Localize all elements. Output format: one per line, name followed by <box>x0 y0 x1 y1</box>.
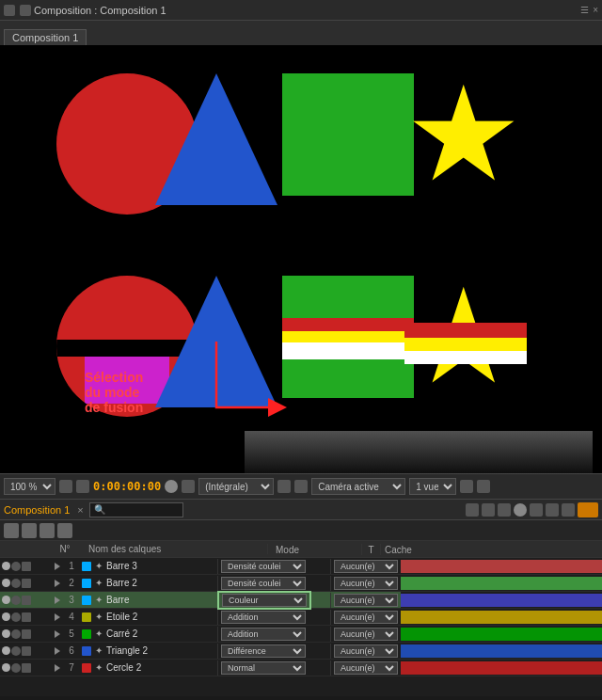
layer-timeline-1 <box>401 558 602 574</box>
grid-icon[interactable] <box>76 480 89 493</box>
window-icon <box>4 5 15 16</box>
timeline-tool-icon2[interactable] <box>482 503 495 517</box>
timeline-keyframe-icon[interactable] <box>578 502 598 517</box>
camera-select[interactable]: Caméra active <box>311 478 405 495</box>
layer-row-3[interactable]: 3 ✦ Barre Couleur Aucun(e) <box>0 592 602 609</box>
layer-eye-1[interactable] <box>2 562 10 570</box>
layer-eye-7[interactable] <box>2 663 10 672</box>
timeline-tool-icon5[interactable] <box>530 503 543 517</box>
layer-timeline-4 <box>401 609 602 625</box>
layer-row-5[interactable]: 5 ✦ Carré 2 Addition Aucun(e) <box>0 626 602 643</box>
layer-cache-select-4[interactable]: Aucun(e) <box>334 611 398 624</box>
layer-lock-7[interactable] <box>22 663 31 673</box>
layer-lock-4[interactable] <box>22 612 31 622</box>
layer-solo-5[interactable] <box>11 629 21 639</box>
layer-lock-3[interactable] <box>22 596 31 605</box>
layer-solo-7[interactable] <box>11 663 21 673</box>
layer-mode-select-7[interactable]: Normal <box>221 661 306 675</box>
layer-eye-2[interactable] <box>2 579 10 587</box>
layer-cache-cell-3: Aucun(e) <box>330 593 401 608</box>
settings-icon[interactable] <box>182 480 195 493</box>
layer-cache-select-3[interactable]: Aucun(e) <box>334 594 398 607</box>
layer-solo-6[interactable] <box>11 646 21 656</box>
camera-icon[interactable] <box>165 480 178 493</box>
layer-row-2[interactable]: 2 ✦ Barre 2 Densité coulei Aucun(e) <box>0 575 602 592</box>
layer-solo-4[interactable] <box>11 612 21 622</box>
layer-expand-6[interactable] <box>52 645 63 657</box>
layer-lock-5[interactable] <box>22 629 31 639</box>
layer-type-2: ✦ <box>93 578 104 588</box>
timeline-tool-icon7[interactable] <box>562 503 575 517</box>
layer-solo-2[interactable] <box>11 579 21 588</box>
layer-solo-icon[interactable] <box>4 523 19 538</box>
layer-expand-2[interactable] <box>52 578 63 589</box>
col-mode-header: Mode <box>268 544 362 555</box>
layer-shy-icon[interactable] <box>40 523 55 538</box>
integral-select[interactable]: (Intégrale) <box>198 478 274 495</box>
window-close-icon[interactable]: × <box>593 5 598 15</box>
layer-cache-select-5[interactable]: Aucun(e) <box>334 628 398 641</box>
layer-row-1[interactable]: 1 ✦ Barre 3 Densité coulei Aucun(e) <box>0 558 602 575</box>
expand-arrow-7 <box>55 664 60 672</box>
layer-expand-5[interactable] <box>52 628 63 640</box>
layer-collapse-icon[interactable] <box>57 523 72 538</box>
expand-icon[interactable] <box>477 480 490 493</box>
layer-eye-6[interactable] <box>2 646 10 655</box>
star-stripe-yellow <box>404 338 527 351</box>
layer-row-7[interactable]: 7 ✦ Cercle 2 Normal Aucun(e) <box>0 660 602 676</box>
layer-cache-select-6[interactable]: Aucun(e) <box>334 644 398 658</box>
layer-lock-icon[interactable] <box>22 523 37 538</box>
view-select[interactable]: 1 vue <box>409 478 456 495</box>
star-bottom-container: ★ <box>404 271 527 412</box>
layer-mode-cell-2: Densité coulei <box>217 576 311 591</box>
layer-solo-1[interactable] <box>11 562 21 571</box>
layer-expand-1[interactable] <box>52 561 63 572</box>
layer-eye-4[interactable] <box>2 612 10 621</box>
layer-cache-cell-4: Aucun(e) <box>330 610 401 625</box>
expand-arrow-4 <box>55 613 60 621</box>
layer-type-5: ✦ <box>93 628 104 639</box>
layer-lock-6[interactable] <box>22 646 31 656</box>
window-menu-icon[interactable]: ☰ <box>580 5 589 15</box>
layer-mode-select-4[interactable]: Addition <box>221 611 306 624</box>
timeline-tool-icon3[interactable] <box>498 503 511 517</box>
layer-cache-select-1[interactable]: Aucun(e) <box>334 560 398 573</box>
timeline-search-input[interactable] <box>89 502 183 517</box>
grid2-icon[interactable] <box>277 480 291 493</box>
timeline-tool-icon6[interactable] <box>546 503 559 517</box>
layer-mode-select-3[interactable]: Couleur <box>222 594 307 607</box>
layer-lock-1[interactable] <box>22 562 31 571</box>
zoom-select[interactable]: 100 % <box>4 478 55 495</box>
layer-type-7: ✦ <box>93 662 104 673</box>
layer-mode-select-1[interactable]: Densité coulei <box>221 560 306 573</box>
timeline-close-icon[interactable]: × <box>77 504 83 516</box>
timeline-tool-icon1[interactable] <box>466 503 479 517</box>
layer-expand-7[interactable] <box>52 662 63 674</box>
layer-mode-select-5[interactable]: Addition <box>221 628 306 641</box>
triangle-blue-bottom <box>155 276 277 407</box>
layer-lock-2[interactable] <box>22 579 31 588</box>
timecode-display[interactable]: 0:00:00:00 <box>93 480 161 493</box>
layer-eye-3[interactable] <box>2 596 10 604</box>
layer-solo-3[interactable] <box>11 596 21 605</box>
layer-expand-3[interactable] <box>52 595 63 606</box>
layer-row-4[interactable]: 4 ✦ Etoile 2 Addition Aucun(e) <box>0 609 602 626</box>
fullscreen-icon[interactable] <box>460 480 473 493</box>
rect-stripe-red <box>282 318 414 331</box>
timeline-bar-6 <box>401 644 602 658</box>
layer-mode-select-6[interactable]: Différence <box>221 644 306 658</box>
layer-cache-select-2[interactable]: Aucun(e) <box>334 577 398 590</box>
layers-icon[interactable] <box>294 480 308 493</box>
layer-eye-5[interactable] <box>2 629 10 638</box>
layer-num-3: 3 <box>63 595 80 605</box>
layer-mode-select-2[interactable]: Densité coulei <box>221 577 306 590</box>
tab-composition1[interactable]: Composition 1 <box>4 29 87 45</box>
layer-cache-select-7[interactable]: Aucun(e) <box>334 661 398 675</box>
fit-icon[interactable] <box>59 480 72 493</box>
col-name-header: Nom des calques <box>73 544 161 554</box>
layer-expand-4[interactable] <box>52 612 63 623</box>
timeline-tool-icon4[interactable] <box>514 503 527 517</box>
layers-list: 1 ✦ Barre 3 Densité coulei Aucun(e) <box>0 558 602 676</box>
rect-stripe-white <box>282 342 414 359</box>
layer-row-6[interactable]: 6 ✦ Triangle 2 Différence Aucun(e) <box>0 643 602 660</box>
